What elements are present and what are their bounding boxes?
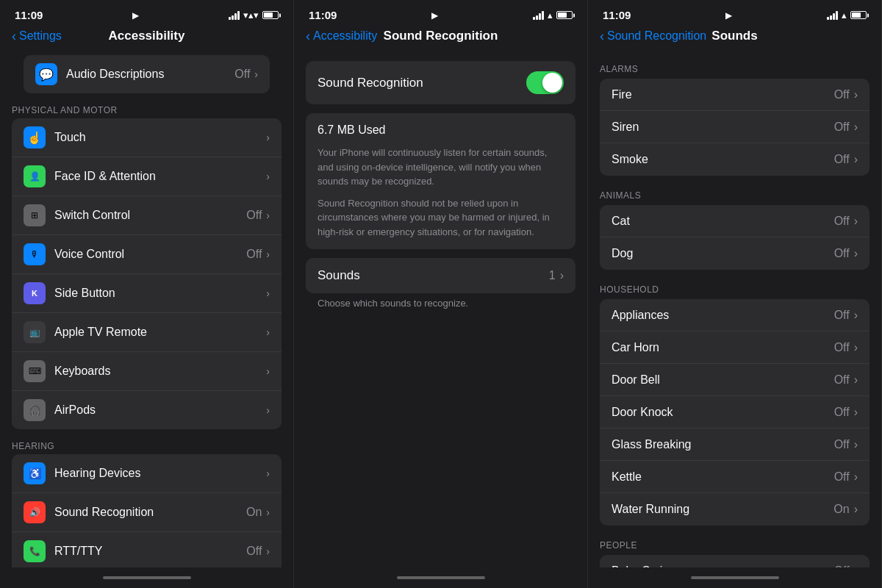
middle-battery-icon <box>556 11 573 19</box>
right-back-button[interactable]: ‹ Sound Recognition <box>600 29 706 44</box>
door-bell-right: Off › <box>834 373 858 387</box>
household-section: HOUSEHOLD Appliances Off › Car Horn Off … <box>588 284 881 526</box>
airpods-icon: 🎧 <box>24 399 46 421</box>
right-nav-title: Sounds <box>711 29 757 43</box>
appliances-value: Off <box>834 309 850 322</box>
car-horn-chevron: › <box>854 341 858 354</box>
apple-tv-chevron: › <box>266 326 270 338</box>
audio-desc-icon: 💬 <box>35 63 57 85</box>
apple-tv-icon: 📺 <box>24 321 46 343</box>
audio-desc-label: Audio Descriptions <box>66 68 234 81</box>
sounds-row[interactable]: Sounds 1 › <box>306 258 576 293</box>
hearing-devices-chevron: › <box>266 467 270 479</box>
left-location-icon: ▶ <box>132 10 139 21</box>
smoke-item[interactable]: Smoke Off › <box>600 143 870 176</box>
face-id-chevron: › <box>266 171 270 182</box>
door-bell-item[interactable]: Door Bell Off › <box>600 364 870 396</box>
switch-control-item[interactable]: ⊞ Switch Control Off › <box>12 196 282 235</box>
kettle-value: Off <box>834 470 850 484</box>
household-group: Appliances Off › Car Horn Off › Door Bel… <box>600 299 870 526</box>
right-back-label: Sound Recognition <box>607 29 706 43</box>
door-knock-chevron: › <box>854 406 858 419</box>
voice-control-icon: 🎙 <box>24 243 46 265</box>
dog-item[interactable]: Dog Off › <box>600 237 870 270</box>
touch-item[interactable]: ☝️ Touch › <box>12 118 282 157</box>
toggle-knob <box>542 73 562 93</box>
toggle-switch[interactable] <box>526 71 564 94</box>
kettle-item[interactable]: Kettle Off › <box>600 461 870 493</box>
left-back-label: Settings <box>19 29 62 43</box>
animals-section: ANIMALS Cat Off › Dog Off › <box>588 190 881 270</box>
apple-tv-remote-item[interactable]: 📺 Apple TV Remote › <box>12 313 282 352</box>
hearing-devices-item[interactable]: ♿ Hearing Devices › <box>12 454 282 493</box>
face-id-item[interactable]: 👤 Face ID & Attention › <box>12 157 282 196</box>
glass-breaking-item[interactable]: Glass Breaking Off › <box>600 429 870 461</box>
physical-motor-label: PHYSICAL AND MOTOR <box>0 99 293 118</box>
middle-nav-bar: ‹ Accessibility Sound Recognition <box>294 24 587 49</box>
people-section: PEOPLE Baby Crying Off › Coughing Off › <box>588 540 881 567</box>
wifi-icon: ▾▴▾ <box>243 10 259 21</box>
door-bell-label: Door Bell <box>612 373 660 387</box>
siren-label: Siren <box>612 121 639 134</box>
side-button-item[interactable]: K Side Button › <box>12 274 282 313</box>
fire-right: Off › <box>834 88 858 101</box>
audio-desc-value: Off <box>234 68 250 81</box>
keyboards-item[interactable]: ⌨ Keyboards › <box>12 352 282 391</box>
rtt-tty-item[interactable]: 📞 RTT/TTY Off › <box>12 532 282 567</box>
left-status-icons: ▾▴▾ <box>229 10 279 21</box>
door-knock-right: Off › <box>834 406 858 419</box>
right-location-icon: ▶ <box>725 10 732 21</box>
alarms-group: Fire Off › Siren Off › Smoke <box>600 79 870 176</box>
car-horn-item[interactable]: Car Horn Off › <box>600 331 870 364</box>
middle-back-button[interactable]: ‹ Accessibility <box>306 29 377 44</box>
car-horn-label: Car Horn <box>612 341 659 354</box>
siren-chevron: › <box>854 121 858 134</box>
airpods-item[interactable]: 🎧 AirPods › <box>12 391 282 429</box>
touch-icon: ☝️ <box>24 126 46 148</box>
middle-home-bar <box>397 576 485 579</box>
left-nav-title: Accessibility <box>109 29 185 43</box>
water-running-value: On <box>833 503 849 516</box>
hearing-devices-label: Hearing Devices <box>54 467 266 480</box>
cat-item[interactable]: Cat Off › <box>600 205 870 237</box>
left-scroll-content: 💬 Audio Descriptions Off › PHYSICAL AND … <box>0 49 293 567</box>
middle-status-icons: ▴ <box>533 10 573 21</box>
door-knock-item[interactable]: Door Knock Off › <box>600 396 870 429</box>
glass-breaking-value: Off <box>834 438 850 451</box>
sound-recognition-item[interactable]: 🔊 Sound Recognition On › <box>12 493 282 532</box>
middle-back-arrow: ‹ <box>306 29 310 44</box>
dog-label: Dog <box>612 247 633 260</box>
water-running-item[interactable]: Water Running On › <box>600 493 870 526</box>
glass-breaking-chevron: › <box>854 438 858 451</box>
audio-descriptions-item[interactable]: 💬 Audio Descriptions Off › <box>24 55 270 93</box>
smoke-label: Smoke <box>612 153 648 166</box>
car-horn-value: Off <box>834 341 850 354</box>
left-back-button[interactable]: ‹ Settings <box>12 29 62 44</box>
middle-time: 11:09 <box>309 9 337 21</box>
middle-content: Sound Recognition 6.7 MB Used Your iPhon… <box>294 49 587 567</box>
right-status-bar: 11:09 ▶ ▴ <box>588 0 881 24</box>
sounds-subtext: Choose which sounds to recognize. <box>306 293 576 309</box>
voice-control-item[interactable]: 🎙 Voice Control Off › <box>12 235 282 274</box>
fire-item[interactable]: Fire Off › <box>600 79 870 111</box>
sound-recognition-icon: 🔊 <box>24 501 46 523</box>
sounds-chevron: › <box>560 269 564 282</box>
sound-recognition-toggle-row: Sound Recognition <box>306 61 576 104</box>
sound-recognition-chevron: › <box>266 506 270 518</box>
water-running-chevron: › <box>854 503 858 516</box>
sounds-list-content: ALARMS Fire Off › Siren Off › <box>588 49 881 567</box>
left-status-bar: 11:09 ▶ ▾▴▾ <box>0 0 293 24</box>
appliances-chevron: › <box>854 309 858 322</box>
baby-crying-item[interactable]: Baby Crying Off › <box>600 555 870 567</box>
siren-item[interactable]: Siren Off › <box>600 111 870 143</box>
appliances-item[interactable]: Appliances Off › <box>600 299 870 331</box>
info-box: 6.7 MB Used Your iPhone will continuousl… <box>306 113 576 249</box>
voice-control-label: Voice Control <box>54 248 246 261</box>
rtt-tty-value: Off <box>246 545 262 558</box>
door-knock-value: Off <box>834 406 850 419</box>
car-horn-right: Off › <box>834 341 858 354</box>
info-text-1: Your iPhone will continuously listen for… <box>318 146 564 189</box>
animals-label: ANIMALS <box>588 190 881 205</box>
fire-value: Off <box>834 88 850 101</box>
household-label: HOUSEHOLD <box>588 284 881 299</box>
